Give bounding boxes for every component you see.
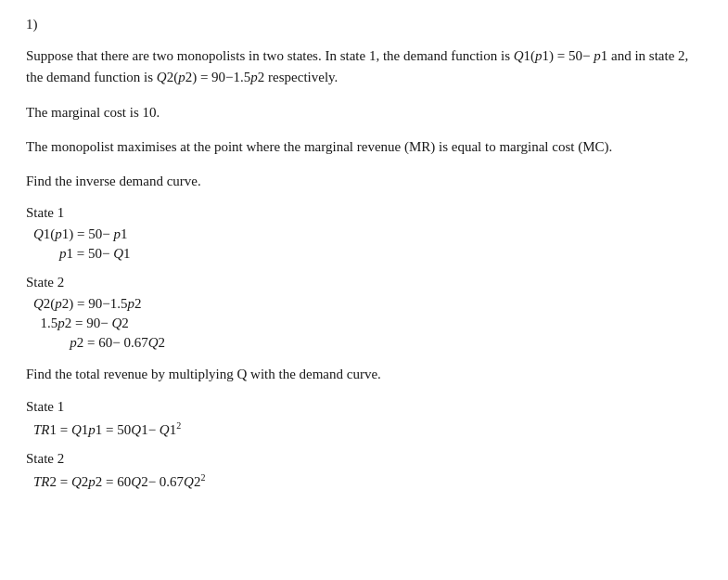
state2-eq3: p2 = 60− 0.67Q2 [59,335,702,351]
problem-number: 1) [26,17,702,32]
state1-eq1: Q1(p1) = 50− p1 [33,226,702,242]
maximise-note: The monopolist maximises at the point wh… [26,136,702,158]
state2-label: State 2 [26,275,702,290]
total-revenue-label: Find the total revenue by multiplying Q … [26,364,702,385]
tr-state1-label: State 1 [26,399,702,415]
state1-label: State 1 [26,205,702,221]
state2-eq1: Q2(p2) = 90−1.5p2 [33,296,702,312]
tr-state2-eq: TR2 = Q2p2 = 60Q2− 0.67Q22 [33,472,702,490]
tr-state2-label: State 2 [26,451,702,467]
intro-paragraph: Suppose that there are two monopolists i… [26,45,702,89]
tr-state1-eq: TR1 = Q1p1 = 50Q1− Q12 [33,420,702,438]
state2-eq2: 1.5p2 = 90− Q2 [33,316,702,331]
marginal-cost-statement: The marginal cost is 10. [26,102,702,123]
state1-eq2: p1 = 50− Q1 [59,246,702,262]
inverse-demand-label: Find the inverse demand curve. [26,171,702,192]
